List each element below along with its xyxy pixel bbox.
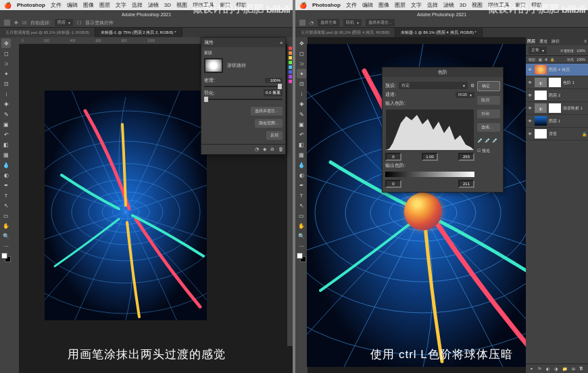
eyedropper-tool[interactable]: ⫶: [1, 89, 11, 99]
pen-tool[interactable]: ✒: [1, 180, 11, 190]
move-tool[interactable]: ✥: [297, 39, 306, 48]
lock-all-icon[interactable]: 🔒: [550, 57, 554, 61]
cloud-dropdown[interactable]: 联机▾: [343, 19, 362, 26]
layer-row[interactable]: 👁◐渐变映射 1: [526, 102, 588, 115]
menu-help[interactable]: 帮助: [236, 1, 247, 9]
pen-tool[interactable]: ✒: [297, 180, 306, 190]
marquee-tool[interactable]: ◻: [1, 49, 11, 58]
menu-layer[interactable]: 图层: [395, 1, 406, 9]
adjustment-icon[interactable]: ◑: [554, 366, 558, 371]
swatch-red[interactable]: [289, 47, 292, 50]
white-eyedropper-icon[interactable]: 💉: [492, 138, 498, 143]
type-tool[interactable]: T: [297, 191, 306, 200]
black-eyedropper-icon[interactable]: 💉: [477, 138, 483, 143]
hand-tool[interactable]: ✋: [297, 221, 306, 230]
blend-mode-dropdown[interactable]: 正常▾: [529, 47, 547, 54]
menu-image[interactable]: 图像: [378, 1, 389, 9]
opacity-value[interactable]: 100%: [577, 49, 585, 53]
menu-file[interactable]: 文件: [346, 1, 357, 9]
swatch-purple[interactable]: [289, 75, 292, 78]
type-tool[interactable]: T: [1, 191, 11, 200]
crop-tool[interactable]: ⊡: [1, 79, 11, 89]
home-icon[interactable]: [4, 20, 10, 26]
menu-filter[interactable]: 滤镜: [148, 1, 159, 9]
out-black-input[interactable]: [385, 180, 401, 188]
paths-tab[interactable]: 路径: [552, 39, 560, 45]
swatch-orange[interactable]: [289, 51, 292, 55]
shape-tool[interactable]: ▭: [1, 211, 11, 220]
shape-tool[interactable]: ▭: [297, 211, 306, 220]
visibility-icon[interactable]: 👁: [527, 93, 533, 98]
preview-checkbox[interactable]: ☑: [477, 149, 481, 153]
link-icon[interactable]: ⚭: [530, 366, 533, 371]
black-point-input[interactable]: [385, 153, 401, 161]
swatch-cyan[interactable]: [289, 66, 292, 69]
layer-row[interactable]: 👁背景🔒: [526, 128, 588, 141]
dodge-tool[interactable]: ◐: [297, 170, 306, 180]
apple-icon[interactable]: 🍎: [299, 2, 307, 9]
feather-slider[interactable]: [204, 99, 283, 100]
swatch-green[interactable]: [289, 61, 292, 64]
density-slider[interactable]: [204, 86, 283, 87]
brush-tool[interactable]: ✎: [297, 109, 306, 119]
layer-row[interactable]: 👁◐色阶 1: [526, 76, 588, 89]
new-layer-icon[interactable]: ⊞: [572, 366, 575, 371]
visibility-icon[interactable]: 👁: [527, 67, 533, 72]
fill-value[interactable]: 100%: [577, 57, 585, 61]
menu-select[interactable]: 选择: [427, 1, 438, 9]
menu-plugins[interactable]: 增效工具: [488, 1, 510, 9]
color-range-button[interactable]: 颜色范围...: [255, 119, 283, 128]
doc-tab-1[interactable]: 五月塑满海报.psd @ 95.2% (图层 4 拷贝, RGB/8): [295, 28, 395, 37]
blur-tool[interactable]: 💧: [1, 160, 11, 170]
swatch-yellow[interactable]: [289, 56, 292, 59]
apple-icon[interactable]: 🍎: [4, 2, 11, 9]
move-tool[interactable]: ✥: [1, 39, 11, 48]
stamp-tool[interactable]: ▣: [1, 120, 11, 129]
cancel-button[interactable]: 取消: [477, 96, 500, 105]
menu-image[interactable]: 图像: [83, 1, 94, 9]
out-white-input[interactable]: [458, 180, 474, 188]
preset-menu-icon[interactable]: ⚙: [470, 83, 474, 89]
heal-tool[interactable]: ✚: [297, 99, 306, 109]
eraser-tool[interactable]: ◧: [1, 140, 11, 149]
channels-tab[interactable]: 通道: [539, 39, 547, 45]
eraser-tool[interactable]: ◧: [297, 140, 306, 149]
menu-plugins[interactable]: 增效工具: [193, 1, 214, 9]
marquee-tool[interactable]: ◻: [297, 49, 306, 58]
history-brush-tool[interactable]: ↶: [1, 130, 11, 139]
mask-disable-icon[interactable]: ⊘: [270, 147, 274, 152]
quick-select-tool[interactable]: ✦: [297, 69, 306, 78]
white-point-input[interactable]: [458, 153, 474, 161]
menu-filter[interactable]: 滤镜: [443, 1, 454, 9]
options-button[interactable]: 选项...: [477, 123, 500, 132]
menu-view[interactable]: 视图: [176, 1, 187, 9]
visibility-icon[interactable]: 👁: [527, 105, 533, 111]
invert-button[interactable]: 反相: [266, 131, 283, 140]
auto-button[interactable]: 自动: [477, 109, 500, 118]
wand-tool[interactable]: ✦: [1, 69, 11, 78]
menu-select[interactable]: 选择: [132, 1, 143, 9]
panel-menu-icon[interactable]: ≡: [584, 39, 587, 43]
mask-add-icon[interactable]: ◐: [546, 366, 549, 371]
channel-dropdown[interactable]: RGB▾: [456, 92, 474, 98]
heal-tool[interactable]: ✚: [1, 99, 11, 109]
canvas-left[interactable]: [45, 91, 207, 320]
hand-tool[interactable]: ✋: [1, 221, 11, 230]
blur-tool[interactable]: 💧: [297, 160, 306, 170]
zoom-tool[interactable]: 🔍: [1, 231, 11, 241]
path-tool[interactable]: ↖: [297, 201, 306, 210]
menu-help[interactable]: 帮助: [531, 1, 542, 9]
doc-tab-2[interactable]: 未标题-1 @ 89.1% (图层 4 拷贝, RGB/8) *: [395, 28, 482, 37]
stamp-tool[interactable]: ▣: [297, 120, 306, 129]
fx-icon[interactable]: fx: [538, 366, 541, 371]
zoom-tool[interactable]: 🔍: [297, 231, 306, 241]
menu-3d[interactable]: 3D: [460, 2, 466, 8]
menu-app[interactable]: Photoshop: [312, 2, 341, 8]
delete-icon[interactable]: 🗑: [579, 366, 583, 371]
dodge-tool[interactable]: ◐: [1, 170, 11, 180]
menu-edit[interactable]: 编辑: [362, 1, 373, 9]
visibility-icon[interactable]: 👁: [527, 80, 533, 85]
menu-app[interactable]: Photoshop: [17, 2, 45, 8]
color-chips[interactable]: [1, 253, 11, 262]
gray-eyedropper-icon[interactable]: 💉: [485, 138, 491, 143]
